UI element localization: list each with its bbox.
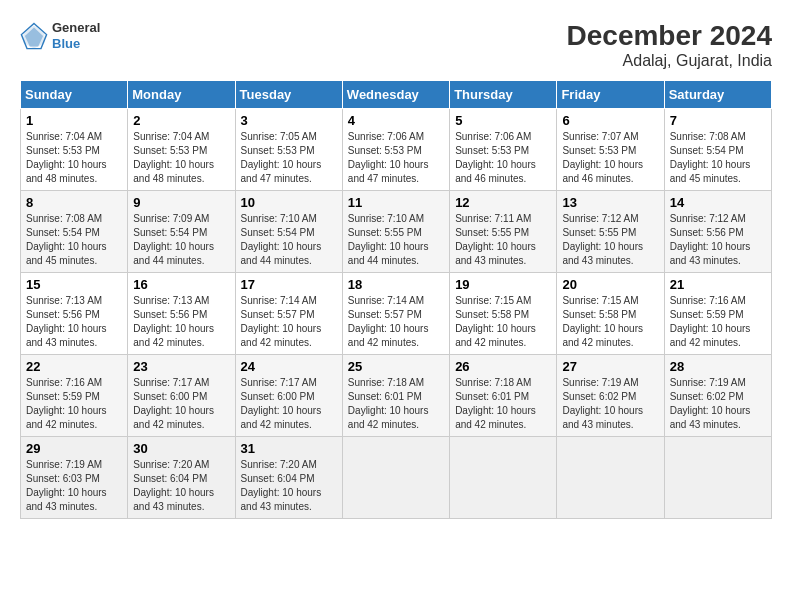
day-info: Sunrise: 7:08 AM Sunset: 5:54 PM Dayligh… — [670, 130, 766, 186]
day-number: 30 — [133, 441, 229, 456]
calendar-week-2: 8Sunrise: 7:08 AM Sunset: 5:54 PM Daylig… — [21, 191, 772, 273]
page-header: General Blue December 2024 Adalaj, Gujar… — [20, 20, 772, 70]
calendar-cell: 5Sunrise: 7:06 AM Sunset: 5:53 PM Daylig… — [450, 109, 557, 191]
day-info: Sunrise: 7:04 AM Sunset: 5:53 PM Dayligh… — [133, 130, 229, 186]
header-monday: Monday — [128, 81, 235, 109]
day-number: 21 — [670, 277, 766, 292]
calendar-week-1: 1Sunrise: 7:04 AM Sunset: 5:53 PM Daylig… — [21, 109, 772, 191]
day-info: Sunrise: 7:10 AM Sunset: 5:54 PM Dayligh… — [241, 212, 337, 268]
calendar-cell: 11Sunrise: 7:10 AM Sunset: 5:55 PM Dayli… — [342, 191, 449, 273]
day-number: 19 — [455, 277, 551, 292]
day-number: 2 — [133, 113, 229, 128]
day-info: Sunrise: 7:17 AM Sunset: 6:00 PM Dayligh… — [133, 376, 229, 432]
calendar-cell: 26Sunrise: 7:18 AM Sunset: 6:01 PM Dayli… — [450, 355, 557, 437]
calendar-subtitle: Adalaj, Gujarat, India — [567, 52, 772, 70]
day-number: 26 — [455, 359, 551, 374]
day-info: Sunrise: 7:19 AM Sunset: 6:02 PM Dayligh… — [562, 376, 658, 432]
day-info: Sunrise: 7:16 AM Sunset: 5:59 PM Dayligh… — [26, 376, 122, 432]
day-info: Sunrise: 7:10 AM Sunset: 5:55 PM Dayligh… — [348, 212, 444, 268]
day-number: 4 — [348, 113, 444, 128]
day-number: 9 — [133, 195, 229, 210]
header-sunday: Sunday — [21, 81, 128, 109]
day-info: Sunrise: 7:07 AM Sunset: 5:53 PM Dayligh… — [562, 130, 658, 186]
day-number: 10 — [241, 195, 337, 210]
calendar-week-4: 22Sunrise: 7:16 AM Sunset: 5:59 PM Dayli… — [21, 355, 772, 437]
calendar-cell: 16Sunrise: 7:13 AM Sunset: 5:56 PM Dayli… — [128, 273, 235, 355]
calendar-cell: 21Sunrise: 7:16 AM Sunset: 5:59 PM Dayli… — [664, 273, 771, 355]
day-number: 6 — [562, 113, 658, 128]
day-info: Sunrise: 7:20 AM Sunset: 6:04 PM Dayligh… — [133, 458, 229, 514]
day-number: 27 — [562, 359, 658, 374]
day-number: 24 — [241, 359, 337, 374]
calendar-cell: 17Sunrise: 7:14 AM Sunset: 5:57 PM Dayli… — [235, 273, 342, 355]
calendar-cell: 28Sunrise: 7:19 AM Sunset: 6:02 PM Dayli… — [664, 355, 771, 437]
day-info: Sunrise: 7:17 AM Sunset: 6:00 PM Dayligh… — [241, 376, 337, 432]
calendar-title: December 2024 — [567, 20, 772, 52]
calendar-cell: 12Sunrise: 7:11 AM Sunset: 5:55 PM Dayli… — [450, 191, 557, 273]
calendar-cell: 25Sunrise: 7:18 AM Sunset: 6:01 PM Dayli… — [342, 355, 449, 437]
day-info: Sunrise: 7:11 AM Sunset: 5:55 PM Dayligh… — [455, 212, 551, 268]
calendar-cell: 8Sunrise: 7:08 AM Sunset: 5:54 PM Daylig… — [21, 191, 128, 273]
calendar-cell: 30Sunrise: 7:20 AM Sunset: 6:04 PM Dayli… — [128, 437, 235, 519]
day-number: 20 — [562, 277, 658, 292]
calendar-cell: 13Sunrise: 7:12 AM Sunset: 5:55 PM Dayli… — [557, 191, 664, 273]
header-tuesday: Tuesday — [235, 81, 342, 109]
calendar-cell: 10Sunrise: 7:10 AM Sunset: 5:54 PM Dayli… — [235, 191, 342, 273]
calendar-cell: 31Sunrise: 7:20 AM Sunset: 6:04 PM Dayli… — [235, 437, 342, 519]
calendar-week-3: 15Sunrise: 7:13 AM Sunset: 5:56 PM Dayli… — [21, 273, 772, 355]
title-block: December 2024 Adalaj, Gujarat, India — [567, 20, 772, 70]
day-number: 13 — [562, 195, 658, 210]
day-number: 1 — [26, 113, 122, 128]
day-info: Sunrise: 7:08 AM Sunset: 5:54 PM Dayligh… — [26, 212, 122, 268]
day-info: Sunrise: 7:05 AM Sunset: 5:53 PM Dayligh… — [241, 130, 337, 186]
calendar-cell: 2Sunrise: 7:04 AM Sunset: 5:53 PM Daylig… — [128, 109, 235, 191]
header-saturday: Saturday — [664, 81, 771, 109]
day-info: Sunrise: 7:04 AM Sunset: 5:53 PM Dayligh… — [26, 130, 122, 186]
calendar-cell: 6Sunrise: 7:07 AM Sunset: 5:53 PM Daylig… — [557, 109, 664, 191]
day-info: Sunrise: 7:15 AM Sunset: 5:58 PM Dayligh… — [455, 294, 551, 350]
calendar-cell: 4Sunrise: 7:06 AM Sunset: 5:53 PM Daylig… — [342, 109, 449, 191]
day-info: Sunrise: 7:18 AM Sunset: 6:01 PM Dayligh… — [348, 376, 444, 432]
calendar-cell: 3Sunrise: 7:05 AM Sunset: 5:53 PM Daylig… — [235, 109, 342, 191]
calendar-cell: 1Sunrise: 7:04 AM Sunset: 5:53 PM Daylig… — [21, 109, 128, 191]
calendar-cell: 14Sunrise: 7:12 AM Sunset: 5:56 PM Dayli… — [664, 191, 771, 273]
day-number: 18 — [348, 277, 444, 292]
calendar-week-5: 29Sunrise: 7:19 AM Sunset: 6:03 PM Dayli… — [21, 437, 772, 519]
day-number: 28 — [670, 359, 766, 374]
day-number: 23 — [133, 359, 229, 374]
day-info: Sunrise: 7:15 AM Sunset: 5:58 PM Dayligh… — [562, 294, 658, 350]
calendar-cell: 9Sunrise: 7:09 AM Sunset: 5:54 PM Daylig… — [128, 191, 235, 273]
day-info: Sunrise: 7:14 AM Sunset: 5:57 PM Dayligh… — [241, 294, 337, 350]
calendar-cell: 20Sunrise: 7:15 AM Sunset: 5:58 PM Dayli… — [557, 273, 664, 355]
day-number: 11 — [348, 195, 444, 210]
day-info: Sunrise: 7:19 AM Sunset: 6:02 PM Dayligh… — [670, 376, 766, 432]
calendar-cell — [450, 437, 557, 519]
day-number: 3 — [241, 113, 337, 128]
day-number: 8 — [26, 195, 122, 210]
calendar-cell: 23Sunrise: 7:17 AM Sunset: 6:00 PM Dayli… — [128, 355, 235, 437]
header-thursday: Thursday — [450, 81, 557, 109]
day-number: 29 — [26, 441, 122, 456]
header-friday: Friday — [557, 81, 664, 109]
logo-icon — [20, 22, 48, 50]
day-number: 16 — [133, 277, 229, 292]
calendar-cell: 15Sunrise: 7:13 AM Sunset: 5:56 PM Dayli… — [21, 273, 128, 355]
day-info: Sunrise: 7:12 AM Sunset: 5:55 PM Dayligh… — [562, 212, 658, 268]
logo-text: General Blue — [52, 20, 100, 51]
day-number: 22 — [26, 359, 122, 374]
day-number: 7 — [670, 113, 766, 128]
calendar-table: Sunday Monday Tuesday Wednesday Thursday… — [20, 80, 772, 519]
calendar-cell — [664, 437, 771, 519]
logo-line2: Blue — [52, 36, 100, 52]
day-info: Sunrise: 7:12 AM Sunset: 5:56 PM Dayligh… — [670, 212, 766, 268]
day-info: Sunrise: 7:14 AM Sunset: 5:57 PM Dayligh… — [348, 294, 444, 350]
day-info: Sunrise: 7:13 AM Sunset: 5:56 PM Dayligh… — [26, 294, 122, 350]
logo-line1: General — [52, 20, 100, 36]
day-number: 14 — [670, 195, 766, 210]
calendar-cell: 18Sunrise: 7:14 AM Sunset: 5:57 PM Dayli… — [342, 273, 449, 355]
calendar-cell — [342, 437, 449, 519]
day-info: Sunrise: 7:16 AM Sunset: 5:59 PM Dayligh… — [670, 294, 766, 350]
day-number: 25 — [348, 359, 444, 374]
calendar-cell: 29Sunrise: 7:19 AM Sunset: 6:03 PM Dayli… — [21, 437, 128, 519]
logo: General Blue — [20, 20, 100, 51]
